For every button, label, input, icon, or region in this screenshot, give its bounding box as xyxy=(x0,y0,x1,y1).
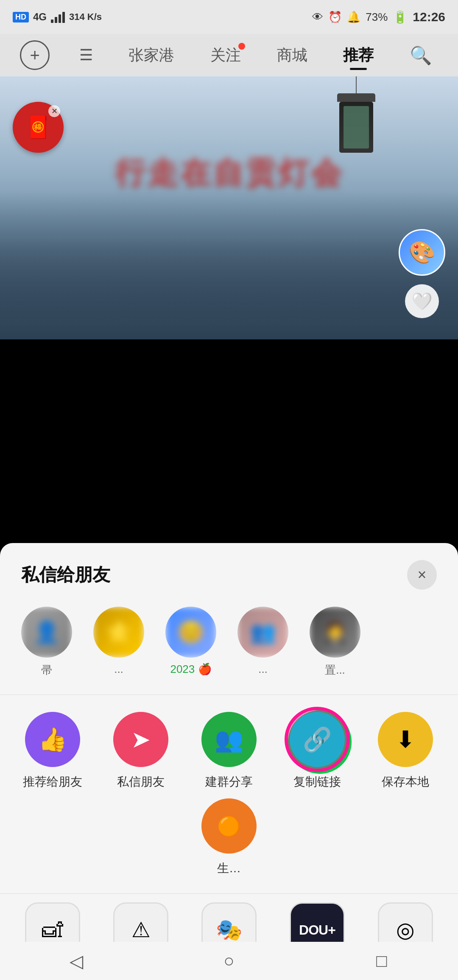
float-heart[interactable]: 🤍 xyxy=(405,284,439,318)
private-message-icon: ➤ xyxy=(113,712,168,767)
eye-icon: 👁 xyxy=(312,11,323,24)
contact-avatar-1: 👤 xyxy=(21,607,72,658)
tab-follow[interactable]: 关注 xyxy=(204,41,247,70)
sofa-icon: 🛋 xyxy=(42,918,63,942)
signal-bar-4 xyxy=(62,12,65,23)
back-button[interactable]: ◁ xyxy=(59,944,93,978)
contact-name-3: 2023 🍎 xyxy=(170,663,211,676)
signal-bars xyxy=(51,11,65,23)
life-label: 生… xyxy=(217,860,241,876)
signal-bar-3 xyxy=(59,14,61,23)
search-icon: 🔍 xyxy=(410,45,432,65)
dou-plus-icon: DOU+ xyxy=(299,922,335,938)
status-bar: HD 4G 314 K/s 👁 ⏰ 🔔 73% 🔋 12:26 xyxy=(0,0,458,34)
action-recommend-friend[interactable]: 👍 推荐给朋友 xyxy=(14,712,91,790)
contact-item-2[interactable]: 🌟 ... xyxy=(89,607,148,678)
add-button[interactable]: + xyxy=(20,40,50,70)
warning-icon: ⚠ xyxy=(131,918,151,942)
contact-name-4: ... xyxy=(258,663,268,676)
recommend-friend-icon: 👍 xyxy=(25,712,80,767)
private-message-label: 私信朋友 xyxy=(117,774,165,790)
signal-bar-2 xyxy=(55,17,57,23)
contact-avatar-3: 😊 xyxy=(165,607,216,658)
signal-type: 4G xyxy=(33,11,47,23)
copy-link-label: 复制链接 xyxy=(293,774,341,790)
save-local-label: 保存本地 xyxy=(382,774,429,790)
download-icon: ⬇ xyxy=(396,726,415,753)
tab-recommend[interactable]: 推荐 xyxy=(337,41,380,70)
modal-header: 私信给朋友 × xyxy=(0,543,458,602)
red-envelope[interactable]: ✕ xyxy=(13,102,64,153)
notification-dot xyxy=(238,43,245,50)
tab-mall[interactable]: 商城 xyxy=(271,41,314,70)
action-save-local[interactable]: ⬇ 保存本地 xyxy=(367,712,444,790)
status-left: HD 4G 314 K/s xyxy=(13,11,102,23)
bottom-nav: ◁ ○ □ xyxy=(0,942,458,980)
share-modal: 私信给朋友 × 👤 帚 🌟 ... 😊 2023 🍎 👥 xyxy=(0,543,458,942)
group-icon: 👥 xyxy=(215,726,244,753)
group-share-label: 建群分享 xyxy=(205,774,253,790)
battery-percent: 73% xyxy=(366,11,388,24)
group-share-icon: 👥 xyxy=(201,712,257,767)
action-grid-row1: 👍 推荐给朋友 ➤ 私信朋友 👥 建群分享 🔗 复制链接 ⬇ 保 xyxy=(0,699,458,889)
modal-title: 私信给朋友 xyxy=(21,563,110,587)
contact-item-5[interactable]: 🤵 置... xyxy=(305,607,365,678)
video-area: ✕ 行走在自贡灯会 🎨 🤍 xyxy=(0,76,458,339)
lantern-body xyxy=(339,102,373,153)
search-button[interactable]: 🔍 xyxy=(403,41,438,70)
life-icon: 🟠 xyxy=(201,798,257,854)
action-group-share[interactable]: 👥 建群分享 xyxy=(191,712,267,790)
copy-link-icon: 🔗 xyxy=(290,712,345,767)
signal-bar-1 xyxy=(51,20,53,23)
float-avatar[interactable]: 🎨 xyxy=(399,229,445,276)
close-icon: × xyxy=(417,566,426,584)
network-speed: 314 K/s xyxy=(69,11,102,22)
save-local-icon: ⬇ xyxy=(378,712,433,767)
home-button[interactable]: ○ xyxy=(212,944,246,978)
hd-badge: HD xyxy=(13,12,29,22)
action-private-message[interactable]: ➤ 私信朋友 xyxy=(103,712,179,790)
contact-item[interactable]: 👤 帚 xyxy=(17,607,76,678)
mask-icon: 🎭 xyxy=(216,918,242,942)
alarm-icon: ⏰ xyxy=(328,11,342,24)
contact-avatar-5: 🤵 xyxy=(310,607,360,658)
recent-apps-button[interactable]: □ xyxy=(365,944,399,978)
menu-icon: ☰ xyxy=(79,46,93,64)
contact-avatar-2: 🌟 xyxy=(93,607,144,658)
back-icon: ◁ xyxy=(70,951,83,972)
video-text-overlay: 行走在自贡灯会 xyxy=(0,153,458,193)
plus-icon: + xyxy=(30,46,40,65)
contact-item-3[interactable]: 😊 2023 🍎 xyxy=(161,607,221,678)
modal-close-button[interactable]: × xyxy=(407,560,437,590)
contact-name-2: ... xyxy=(114,663,123,676)
town-background xyxy=(0,191,458,339)
status-right: 👁 ⏰ 🔔 73% 🔋 12:26 xyxy=(312,10,445,24)
volume-icon: 🔔 xyxy=(347,11,360,24)
lantern-top xyxy=(337,93,375,102)
recommend-friend-label: 推荐给朋友 xyxy=(23,774,82,790)
action-copy-link[interactable]: 🔗 复制链接 xyxy=(279,712,355,790)
tab-zhangjiagang[interactable]: 张家港 xyxy=(122,41,181,70)
contact-name-1: 帚 xyxy=(41,663,52,678)
lantern-string xyxy=(356,76,357,93)
action-life[interactable]: 🟠 生… xyxy=(191,798,267,876)
link-icon: 🔗 xyxy=(303,726,332,753)
nav-bar: + ☰ 张家港 关注 商城 推荐 🔍 xyxy=(0,34,458,76)
contact-name-5: 置... xyxy=(325,663,345,678)
recent-apps-icon: □ xyxy=(376,951,387,971)
collab-symbol-icon: ◎ xyxy=(396,918,415,942)
home-icon: ○ xyxy=(223,951,234,971)
battery-icon: 🔋 xyxy=(393,10,408,24)
send-icon: ➤ xyxy=(131,726,151,753)
time: 12:26 xyxy=(413,10,445,24)
contacts-row: 👤 帚 🌟 ... 😊 2023 🍎 👥 ... 🤵 置. xyxy=(0,602,458,690)
section-divider-2 xyxy=(0,893,458,894)
lantern-decoration xyxy=(331,76,382,161)
contact-avatar-4: 👥 xyxy=(237,607,288,658)
section-divider xyxy=(0,694,458,695)
thumbs-up-icon: 👍 xyxy=(38,726,67,753)
contact-item-4[interactable]: 👥 ... xyxy=(233,607,293,678)
close-red-envelope[interactable]: ✕ xyxy=(48,105,60,117)
sidebar-item-notifications[interactable]: ☰ xyxy=(73,42,99,68)
